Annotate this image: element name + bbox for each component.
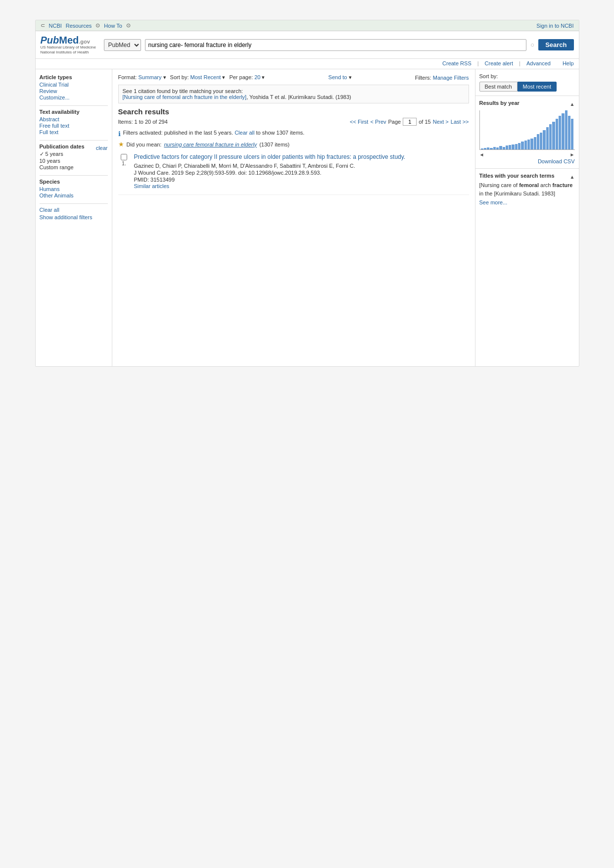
sidebar-species: Species Humans Other Animals (40, 179, 108, 198)
year-bar[interactable] (496, 147, 499, 150)
create-alert-link[interactable]: Create alert (485, 60, 513, 66)
article-body: Predictive factors for category II press… (134, 153, 469, 190)
sort-best-match-button[interactable]: Best match (479, 82, 518, 92)
sign-in-link[interactable]: Sign in to NCBI (536, 23, 573, 29)
manage-filters-link[interactable]: Manage Filters (433, 75, 469, 81)
sidebar-item-humans[interactable]: Humans (40, 186, 108, 192)
year-bar[interactable] (527, 140, 530, 149)
search-terms-section: Titles with your search terms ▲ [Nursing… (475, 169, 579, 209)
top-nav: ⊂ NCBI Resources ⊙ How To ⊙ Sign in to N… (36, 20, 579, 31)
show-additional-filters-link[interactable]: Show additional filters (40, 214, 108, 220)
year-bar[interactable] (537, 134, 539, 150)
sidebar-item-other-animals[interactable]: Other Animals (40, 193, 108, 198)
send-to-area: Send to ▾ (329, 74, 352, 81)
year-bar[interactable] (562, 113, 564, 149)
year-bar[interactable] (503, 147, 505, 150)
per-page-label: Per page: 20 ▾ (229, 74, 265, 81)
year-bar[interactable] (540, 133, 542, 149)
sidebar-item-review[interactable]: Review (40, 88, 108, 94)
year-bar[interactable] (521, 142, 523, 149)
citation-match-link[interactable]: [Nursing care of femoral arch fracture i… (123, 94, 247, 100)
sort-value[interactable]: Most Recent (190, 74, 221, 80)
year-bar[interactable] (546, 127, 549, 149)
advanced-link[interactable]: Advanced (526, 60, 551, 66)
year-bar[interactable] (552, 122, 555, 149)
sort-by-label: Sort by: (479, 73, 575, 79)
search-input[interactable] (145, 39, 527, 51)
article-title-link[interactable]: Predictive factors for category II press… (134, 153, 406, 160)
year-bar[interactable] (530, 139, 533, 150)
year-bar[interactable] (484, 148, 486, 149)
year-bar[interactable] (559, 116, 561, 149)
resources-link[interactable]: Resources (66, 23, 92, 29)
sidebar-item-clinical-trial[interactable]: Clinical Trial (40, 82, 108, 88)
year-bar[interactable] (543, 130, 545, 150)
year-bar[interactable] (534, 137, 536, 149)
page-nav: << First < Prev Page of 15 Next > Last >… (350, 118, 469, 126)
how-to-link[interactable]: How To (104, 23, 122, 29)
year-bar[interactable] (556, 119, 558, 149)
citation-match-text: See 1 citation found by title matching y… (123, 88, 465, 94)
page-input[interactable] (403, 118, 417, 126)
logo-subtitle: US National Library of Medicine National… (41, 45, 96, 54)
year-bar[interactable] (518, 143, 520, 150)
search-bar-row: PubMed.gov US National Library of Medici… (36, 31, 579, 59)
page-last-link[interactable]: Last >> (451, 119, 469, 125)
year-bar[interactable] (515, 144, 518, 149)
article-authors: Gazinec D, Chiari P, Chiarabelli M, Morr… (134, 163, 469, 169)
clear-all-filters-link[interactable]: Clear all (235, 130, 254, 136)
per-page-value[interactable]: 20 (254, 74, 260, 80)
chart-scroll-left[interactable]: ◄ (479, 152, 484, 157)
ncbi-link[interactable]: NCBI (49, 23, 62, 29)
sidebar-item-abstract[interactable]: Abstract (40, 116, 108, 122)
year-bar[interactable] (549, 124, 552, 149)
format-value[interactable]: Summary (138, 74, 161, 80)
download-csv-link[interactable]: Download CSV (479, 158, 575, 164)
pubmed-logo: PubMed.gov US National Library of Medici… (41, 35, 100, 54)
page-next-link[interactable]: Next > (433, 119, 449, 125)
year-bar[interactable] (509, 145, 511, 149)
year-bar[interactable] (568, 116, 570, 149)
create-rss-link[interactable]: Create RSS (442, 60, 472, 66)
pub-dates-label: Publication dates (40, 144, 85, 149)
year-bar[interactable] (506, 145, 508, 149)
year-bar[interactable] (512, 145, 514, 149)
sidebar-item-full-text[interactable]: Full text (40, 129, 108, 135)
similar-articles-link[interactable]: Similar articles (134, 183, 170, 189)
sidebar-filter-10years[interactable]: 10 years (40, 158, 108, 164)
year-bar[interactable] (481, 148, 483, 149)
search-terms-scroll-up[interactable]: ▲ (570, 174, 575, 180)
help-link[interactable]: Help (563, 60, 574, 66)
did-you-mean-prefix: Did you mean: (127, 142, 162, 147)
sidebar-filter-5years[interactable]: 5 years (40, 151, 108, 157)
article-checkbox[interactable] (121, 154, 127, 160)
see-more-link[interactable]: See more... (479, 199, 575, 205)
pub-dates-clear[interactable]: clear (96, 145, 108, 151)
chart-scroll-right[interactable]: ► (570, 152, 575, 157)
year-bar[interactable] (524, 141, 527, 149)
send-to-link[interactable]: Send to (329, 74, 347, 80)
sidebar-item-customize[interactable]: Customize... (40, 95, 108, 100)
sidebar-article-types: Article types Clinical Trial Review Cust… (40, 74, 108, 100)
sort-most-recent-button[interactable]: Most recent (518, 82, 557, 92)
format-label: Format: Summary ▾ (118, 74, 166, 81)
clear-all-link[interactable]: Clear all (40, 207, 108, 213)
year-bar[interactable] (487, 147, 489, 150)
page-of: of 15 (419, 119, 430, 125)
clear-search-icon[interactable]: ○ (530, 41, 534, 48)
year-bar[interactable] (490, 148, 492, 149)
database-select[interactable]: PubMed (104, 39, 141, 51)
page-first-link[interactable]: << First (350, 119, 368, 125)
did-you-mean-link[interactable]: nursing care femoral fracture in elderly (164, 142, 257, 147)
year-bar[interactable] (499, 146, 502, 149)
sidebar-filter-custom[interactable]: Custom range (40, 164, 108, 170)
search-button[interactable]: Search (538, 39, 573, 50)
sidebar: Article types Clinical Trial Review Cust… (36, 69, 112, 366)
year-bar[interactable] (493, 147, 496, 150)
scroll-up-icon[interactable]: ▲ (570, 101, 575, 107)
sidebar-item-free-full-text[interactable]: Free full text (40, 123, 108, 129)
results-by-year-section: Results by year ▲ ◄ ► Download CSV (475, 96, 579, 169)
page-prev-link[interactable]: < Prev (370, 119, 386, 125)
year-bar[interactable] (565, 110, 567, 149)
year-bar[interactable] (571, 119, 573, 149)
